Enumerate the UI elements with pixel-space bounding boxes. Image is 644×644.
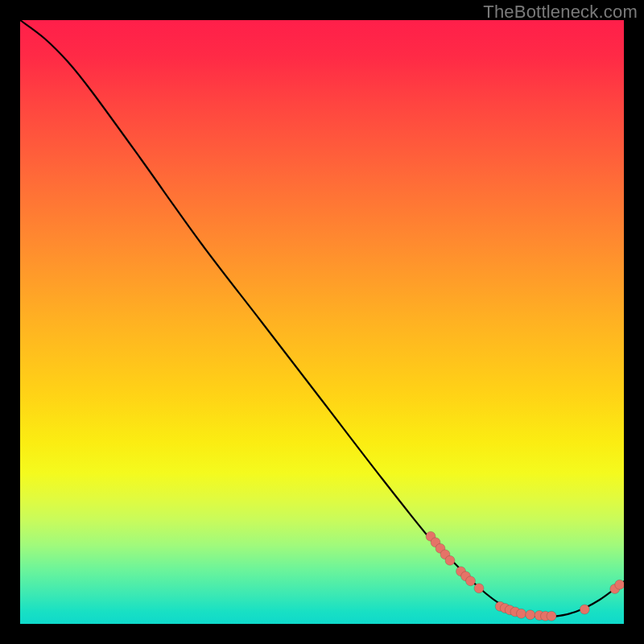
chart-stage: TheBottleneck.com	[0, 0, 644, 644]
plot-area	[20, 20, 624, 624]
gradient-background	[20, 20, 624, 624]
